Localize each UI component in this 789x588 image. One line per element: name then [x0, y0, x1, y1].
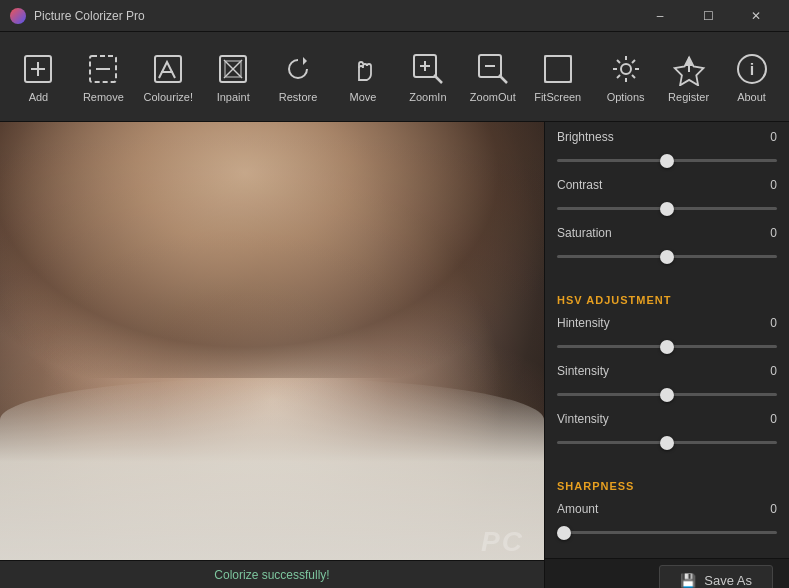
tool-inpaint[interactable]: Inpaint [203, 38, 264, 116]
app-icon [10, 8, 26, 24]
brightness-label: Brightness [557, 130, 614, 144]
watermark: PC [481, 526, 524, 558]
vintensity-label: Vintensity [557, 412, 609, 426]
photo-background: PC [0, 122, 544, 588]
hintensity-value: 0 [770, 316, 777, 330]
canvas-area[interactable]: PC Colorize successfully! [0, 122, 544, 588]
sintensity-slider[interactable] [557, 393, 777, 396]
hintensity-label-row: Hintensity 0 [557, 316, 777, 330]
move-icon [345, 51, 381, 87]
status-message: Colorize successfully! [214, 568, 329, 582]
tool-add-label: Add [29, 91, 49, 103]
zoomout-icon [475, 51, 511, 87]
inpaint-icon [215, 51, 251, 87]
amount-slider[interactable] [557, 531, 777, 534]
add-icon [20, 51, 56, 87]
vintensity-value: 0 [770, 412, 777, 426]
contrast-row: Contrast 0 [557, 178, 777, 214]
basic-adjustments-section: Brightness 0 Contrast 0 Saturation 0 [545, 122, 789, 282]
tool-remove[interactable]: Remove [73, 38, 134, 116]
sintensity-value: 0 [770, 364, 777, 378]
options-icon [608, 51, 644, 87]
tool-about-label: About [737, 91, 766, 103]
tool-fitscreen[interactable]: FitScreen [527, 38, 588, 116]
tool-options-label: Options [607, 91, 645, 103]
tool-restore-label: Restore [279, 91, 318, 103]
svg-line-15 [434, 75, 442, 83]
contrast-value: 0 [770, 178, 777, 192]
saturation-label-row: Saturation 0 [557, 226, 777, 240]
svg-point-20 [621, 64, 631, 74]
tool-add[interactable]: Add [8, 38, 69, 116]
hsv-header: HSV ADJUSTMENT [557, 294, 777, 306]
hsv-section: HSV ADJUSTMENT Hintensity 0 Sintensity 0 [545, 282, 789, 468]
tool-about[interactable]: i About [722, 38, 781, 116]
zoomin-icon [410, 51, 446, 87]
svg-rect-5 [155, 56, 181, 82]
tool-remove-label: Remove [83, 91, 124, 103]
brightness-slider[interactable] [557, 159, 777, 162]
colourize-icon [150, 51, 186, 87]
svg-line-26 [632, 75, 635, 78]
close-button[interactable]: ✕ [733, 0, 779, 32]
saturation-row: Saturation 0 [557, 226, 777, 262]
vintensity-row: Vintensity 0 [557, 412, 777, 448]
remove-icon [85, 51, 121, 87]
hintensity-row: Hintensity 0 [557, 316, 777, 352]
saturation-slider[interactable] [557, 255, 777, 258]
save-icon: 💾 [680, 573, 696, 588]
restore-icon [280, 51, 316, 87]
tool-colourize-label: Colourize! [144, 91, 194, 103]
tool-fitscreen-label: FitScreen [534, 91, 581, 103]
about-icon: i [734, 51, 770, 87]
right-panel: Brightness 0 Contrast 0 Saturation 0 [544, 122, 789, 588]
contrast-label: Contrast [557, 178, 602, 192]
main-area: PC Colorize successfully! Brightness 0 C… [0, 122, 789, 588]
app-title: Picture Colorizer Pro [34, 9, 637, 23]
hintensity-slider[interactable] [557, 345, 777, 348]
tool-restore[interactable]: Restore [268, 38, 329, 116]
tool-move[interactable]: Move [333, 38, 394, 116]
tool-zoomin-label: ZoomIn [409, 91, 446, 103]
sharpness-section: SHARPNESS Amount 0 [545, 468, 789, 558]
maximize-button[interactable]: ☐ [685, 0, 731, 32]
svg-rect-19 [545, 56, 571, 82]
sintensity-label-row: Sintensity 0 [557, 364, 777, 378]
tool-register[interactable]: Register [659, 38, 718, 116]
svg-line-18 [499, 75, 507, 83]
minimize-button[interactable]: – [637, 0, 683, 32]
register-icon [671, 51, 707, 87]
brightness-row: Brightness 0 [557, 130, 777, 166]
brightness-label-row: Brightness 0 [557, 130, 777, 144]
amount-label-row: Amount 0 [557, 502, 777, 516]
tool-zoomin[interactable]: ZoomIn [397, 38, 458, 116]
sharpness-header: SHARPNESS [557, 480, 777, 492]
photo-overlay [0, 122, 544, 588]
window-controls: – ☐ ✕ [637, 0, 779, 32]
save-bar: 💾 Save As [545, 558, 789, 588]
vintensity-label-row: Vintensity 0 [557, 412, 777, 426]
sintensity-row: Sintensity 0 [557, 364, 777, 400]
vintensity-slider[interactable] [557, 441, 777, 444]
tool-colourize[interactable]: Colourize! [138, 38, 199, 116]
tool-zoomout-label: ZoomOut [470, 91, 516, 103]
contrast-slider[interactable] [557, 207, 777, 210]
saturation-label: Saturation [557, 226, 612, 240]
svg-text:i: i [749, 61, 753, 78]
canvas-image: PC [0, 122, 544, 588]
status-bar: Colorize successfully! [0, 560, 544, 588]
tool-zoomout[interactable]: ZoomOut [462, 38, 523, 116]
tool-inpaint-label: Inpaint [217, 91, 250, 103]
save-as-button[interactable]: 💾 Save As [659, 565, 773, 588]
saturation-value: 0 [770, 226, 777, 240]
toolbar: Add Remove Colourize! [0, 32, 789, 122]
svg-marker-11 [303, 57, 307, 65]
amount-value: 0 [770, 502, 777, 516]
svg-line-28 [617, 75, 620, 78]
hintensity-label: Hintensity [557, 316, 610, 330]
sintensity-label: Sintensity [557, 364, 609, 378]
tool-register-label: Register [668, 91, 709, 103]
tool-options[interactable]: Options [596, 38, 655, 116]
amount-row: Amount 0 [557, 502, 777, 538]
title-bar: Picture Colorizer Pro – ☐ ✕ [0, 0, 789, 32]
